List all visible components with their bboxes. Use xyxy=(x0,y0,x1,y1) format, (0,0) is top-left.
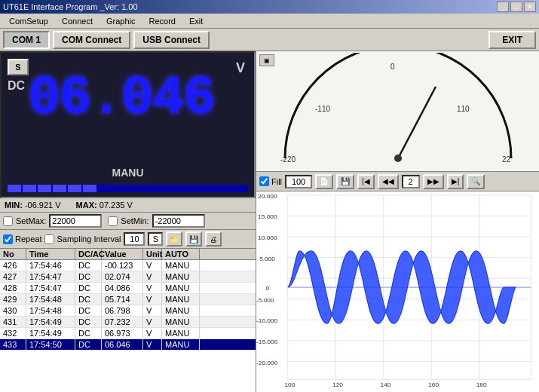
dc-label: DC xyxy=(8,79,25,93)
table-header: No Time DC/AC Value Unit AUTO xyxy=(0,249,256,260)
cell-time: 17:54:46 xyxy=(26,260,75,271)
svg-text:-15.000: -15.000 xyxy=(256,338,278,345)
setmax-check: SetMax: xyxy=(3,214,102,228)
menu-comsetup[interactable]: ComSetup xyxy=(3,15,54,27)
chart-area: 20.000 15.000 10.000 5.000 0 -5.000 -10.… xyxy=(256,191,539,392)
cell-value: 05.714 xyxy=(102,294,143,305)
table-row[interactable]: 426 17:54:46 DC -00.123 V MANU xyxy=(0,260,256,271)
cell-dcac: DC xyxy=(75,294,102,305)
menu-exit[interactable]: Exit xyxy=(183,15,209,27)
setmax-checkbox[interactable] xyxy=(3,216,13,226)
min-value: -06.921 xyxy=(25,201,53,210)
zoom-button[interactable]: 🔍 xyxy=(467,174,485,189)
svg-point-1 xyxy=(394,155,402,162)
folder-button[interactable]: 📁 xyxy=(166,231,182,247)
max-stat: MAX: 07.235 V xyxy=(76,201,133,210)
svg-text:5.000: 5.000 xyxy=(259,256,275,262)
stats-row: MIN: -06.921 V MAX: 07.235 V xyxy=(0,198,256,213)
close-button[interactable]: ✕ xyxy=(524,2,536,12)
gauge-area: ▣ -220 -110 0 110 22 xyxy=(256,51,539,172)
save-chart-button[interactable]: 💾 xyxy=(336,174,354,189)
table-row[interactable]: 429 17:54:48 DC 05.714 V MANU xyxy=(0,294,256,305)
cell-auto: MANU xyxy=(162,305,200,316)
right-panel: ▣ -220 -110 0 110 22 Fill 📄 xyxy=(256,51,539,392)
fill-value-input[interactable] xyxy=(285,175,312,188)
prev-page-button[interactable]: ◀◀ xyxy=(378,174,399,189)
repeat-check: Repeat xyxy=(3,234,41,244)
menu-graphic[interactable]: Graphic xyxy=(100,15,142,27)
svg-text:-10.000: -10.000 xyxy=(256,318,278,325)
gauge-label-neg110: -110 xyxy=(315,105,330,113)
toolbar: COM 1 COM Connect USB Connect EXIT xyxy=(0,29,539,51)
svg-text:-5.000: -5.000 xyxy=(256,297,274,304)
cell-time: 17:54:47 xyxy=(26,271,75,282)
fill-checkbox[interactable] xyxy=(259,176,269,186)
sampling-check: Sampling Interval xyxy=(44,234,121,244)
svg-text:100: 100 xyxy=(285,381,296,388)
cell-time: 17:54:48 xyxy=(26,294,75,305)
table-row[interactable]: 428 17:54:47 DC 04.086 V MANU xyxy=(0,283,256,294)
maximize-button[interactable]: □ xyxy=(510,2,522,12)
menu-record[interactable]: Record xyxy=(143,15,182,27)
main-value: 06.046 xyxy=(28,68,214,130)
print-button[interactable]: 🖨 xyxy=(205,231,222,247)
s-input[interactable] xyxy=(148,232,163,246)
save-button[interactable]: 💾 xyxy=(185,231,202,247)
col-dcac: DC/AC xyxy=(75,249,102,259)
cell-no: 427 xyxy=(0,271,26,282)
sampling-checkbox[interactable] xyxy=(44,234,54,244)
cell-time: 17:54:48 xyxy=(26,305,75,316)
cell-value: -00.123 xyxy=(102,260,143,271)
minimize-button[interactable]: _ xyxy=(497,2,509,12)
progress-bar xyxy=(8,185,248,192)
manu-label: MANU xyxy=(112,167,144,179)
page-input[interactable] xyxy=(402,175,420,188)
app-title: UT61E Interface Program _Ver: 1.00 xyxy=(3,2,138,11)
table-row[interactable]: 431 17:54:49 DC 07.232 V MANU xyxy=(0,317,256,328)
col-unit: Unit xyxy=(143,249,162,259)
usb-connect-button[interactable]: USB Connect xyxy=(133,31,210,49)
svg-text:10.000: 10.000 xyxy=(258,234,277,241)
com1-button[interactable]: COM 1 xyxy=(3,31,50,49)
table-row[interactable]: 433 17:54:50 DC 06.046 V MANU xyxy=(0,339,256,351)
fill-label: Fill xyxy=(271,177,282,186)
setmin-input[interactable] xyxy=(152,214,205,228)
s-button[interactable]: S xyxy=(8,59,29,75)
cell-auto: MANU xyxy=(162,294,200,305)
cell-no: 433 xyxy=(0,339,26,350)
com-connect-button[interactable]: COM Connect xyxy=(53,31,130,49)
first-page-button[interactable]: |◀ xyxy=(357,174,375,189)
setmin-check: SetMin: xyxy=(108,214,204,228)
next-page-button[interactable]: ▶▶ xyxy=(423,174,444,189)
controls-row: Repeat Sampling Interval 📁 💾 🖨 xyxy=(0,230,256,249)
gauge-icon: ▣ xyxy=(259,54,274,66)
last-page-button[interactable]: ▶| xyxy=(447,174,464,189)
cell-dcac: DC xyxy=(75,339,102,350)
window-controls: _ □ ✕ xyxy=(497,2,536,12)
gauge-label-110: 110 xyxy=(457,105,470,113)
unit-label: V xyxy=(236,60,245,76)
col-no: No xyxy=(0,249,26,259)
menu-connect[interactable]: Connect xyxy=(56,15,99,27)
cell-unit: V xyxy=(143,260,162,271)
gauge-svg: -220 -110 0 110 22 xyxy=(270,53,526,170)
setmax-label: SetMax: xyxy=(16,216,46,225)
gauge-label-neg220: -220 xyxy=(280,155,296,164)
cell-value: 07.232 xyxy=(102,317,143,327)
table-row[interactable]: 427 17:54:47 DC 02.074 V MANU xyxy=(0,271,256,283)
new-chart-button[interactable]: 📄 xyxy=(315,174,333,189)
exit-button[interactable]: EXIT xyxy=(488,31,536,49)
interval-input[interactable] xyxy=(124,232,145,246)
cell-unit: V xyxy=(143,271,162,282)
setmin-checkbox[interactable] xyxy=(108,216,118,226)
table-row[interactable]: 430 17:54:48 DC 06.798 V MANU xyxy=(0,305,256,317)
table-row[interactable]: 432 17:54:49 DC 06.973 V MANU xyxy=(0,328,256,339)
setmax-input[interactable] xyxy=(49,214,102,228)
cell-time: 17:54:47 xyxy=(26,283,75,293)
cell-time: 17:54:50 xyxy=(26,339,75,350)
repeat-checkbox[interactable] xyxy=(3,234,13,244)
setval-row: SetMax: SetMin: xyxy=(0,213,256,230)
svg-text:15.000: 15.000 xyxy=(258,214,277,221)
setmin-label: SetMin: xyxy=(121,216,149,225)
cell-dcac: DC xyxy=(75,271,102,282)
